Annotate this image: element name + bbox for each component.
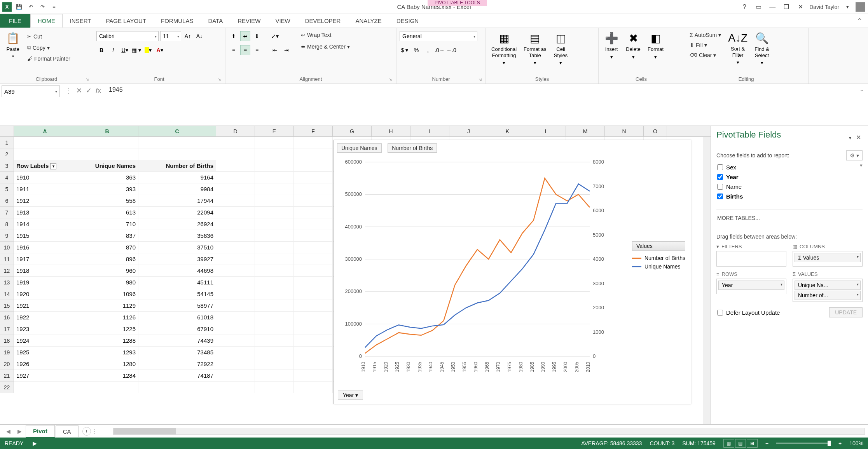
row-header[interactable]: 3 [0, 160, 14, 172]
area-filters[interactable]: ▾FILTERS [716, 244, 786, 267]
increase-font-icon[interactable]: A↑ [183, 31, 193, 41]
tab-developer[interactable]: DEVELOPER [298, 14, 348, 28]
area-field-chip[interactable]: Number of... [795, 291, 861, 300]
enter-formula-icon[interactable]: ✓ [86, 86, 92, 95]
cell[interactable] [138, 382, 216, 393]
more-tables-link[interactable]: MORE TABLES... [716, 209, 863, 227]
cell[interactable] [14, 148, 76, 160]
chart-axis-field-button[interactable]: Year ▾ [338, 391, 363, 400]
cell[interactable]: 1284 [76, 370, 138, 382]
worksheet-grid[interactable]: ABCDEFGHIJKLMNO 123456789101112131415161… [0, 126, 711, 424]
cell[interactable] [138, 137, 216, 148]
cell[interactable] [294, 207, 333, 218]
qat-customize-icon[interactable]: ≡ [50, 3, 58, 11]
cell[interactable] [216, 347, 255, 358]
row-header[interactable]: 14 [0, 288, 14, 300]
cell[interactable]: 37510 [138, 242, 216, 253]
cell[interactable] [255, 172, 294, 183]
user-menu-icon[interactable]: ▾ [843, 3, 852, 11]
fill-button[interactable]: ⬇Fill ▾ [687, 41, 723, 49]
cell[interactable]: 1925 [14, 347, 76, 358]
cell[interactable]: 1927 [14, 370, 76, 382]
macro-record-icon[interactable]: ▶ [33, 440, 37, 446]
cell[interactable]: Unique Names [76, 160, 138, 172]
save-icon[interactable]: 💾 [15, 3, 23, 11]
cell[interactable] [255, 323, 294, 335]
cell[interactable] [138, 148, 216, 160]
cell[interactable] [294, 300, 333, 312]
cell[interactable] [255, 277, 294, 288]
cell[interactable] [216, 242, 255, 253]
area-rows[interactable]: ≡ROWS Year [716, 271, 786, 302]
row-header[interactable]: 20 [0, 358, 14, 370]
cell[interactable]: 26924 [138, 218, 216, 230]
cell[interactable] [294, 160, 333, 172]
cell[interactable]: 17944 [138, 195, 216, 207]
cell[interactable]: 1923 [14, 323, 76, 335]
cell[interactable] [255, 160, 294, 172]
format-as-table-button[interactable]: ▤Format as Table▾ [521, 31, 549, 66]
cell[interactable]: 67910 [138, 323, 216, 335]
cell[interactable] [216, 277, 255, 288]
cut-button[interactable]: ✂Cut [25, 33, 73, 40]
cell[interactable]: Row Labels▾ [14, 160, 76, 172]
tab-design[interactable]: DESIGN [389, 14, 426, 28]
cell[interactable] [255, 148, 294, 160]
row-header[interactable]: 4 [0, 172, 14, 183]
cell[interactable]: 896 [76, 253, 138, 265]
cell[interactable]: 74187 [138, 370, 216, 382]
cell[interactable] [216, 335, 255, 347]
sheet-nav-prev-icon[interactable]: ◀ [3, 428, 14, 434]
row-header[interactable]: 6 [0, 195, 14, 207]
bold-button[interactable]: B [96, 45, 107, 55]
cell[interactable]: 710 [76, 218, 138, 230]
tab-insert[interactable]: INSERT [63, 14, 99, 28]
dialog-launcher-icon[interactable]: ⇲ [218, 78, 221, 82]
close-icon[interactable]: ✕ [795, 3, 805, 11]
cell[interactable] [255, 312, 294, 323]
user-name[interactable]: David Taylor [809, 4, 839, 10]
row-header[interactable]: 21 [0, 370, 14, 382]
comma-icon[interactable]: , [423, 45, 433, 55]
cell[interactable]: 58977 [138, 300, 216, 312]
font-name-combo[interactable]: Calibri [96, 31, 159, 41]
conditional-formatting-button[interactable]: ▦Conditional Formatting▾ [489, 31, 519, 66]
cell[interactable] [76, 137, 138, 148]
font-color-button[interactable]: A▾ [155, 45, 165, 55]
cell[interactable] [216, 300, 255, 312]
cell[interactable]: 1926 [14, 358, 76, 370]
cell[interactable] [294, 148, 333, 160]
pane-dropdown-icon[interactable]: ▾ [847, 135, 853, 141]
percent-icon[interactable]: % [411, 45, 421, 55]
row-header[interactable]: 7 [0, 207, 14, 218]
row-header[interactable]: 10 [0, 242, 14, 253]
cell[interactable]: 1914 [14, 218, 76, 230]
number-format-combo[interactable]: General [400, 31, 477, 41]
pivot-chart[interactable]: Unique Names Number of Births 0100000200… [334, 140, 691, 404]
cell[interactable]: Number of Births [138, 160, 216, 172]
cell[interactable]: 9164 [138, 172, 216, 183]
field-item[interactable]: Births [716, 192, 863, 201]
increase-indent-icon[interactable]: ⇥ [281, 45, 292, 55]
sheet-nav-next-icon[interactable]: ▶ [14, 428, 25, 434]
column-header[interactable]: G [333, 126, 372, 136]
column-header[interactable]: F [294, 126, 333, 136]
paste-button[interactable]: 📋 Paste ▾ [3, 31, 23, 59]
tab-analyze[interactable]: ANALYZE [348, 14, 389, 28]
cell[interactable]: 1911 [14, 183, 76, 195]
cell[interactable] [216, 137, 255, 148]
cell[interactable] [294, 218, 333, 230]
cell[interactable]: 1913 [14, 207, 76, 218]
align-top-icon[interactable]: ⬆ [229, 31, 239, 41]
cell[interactable]: 9984 [138, 183, 216, 195]
cell[interactable]: 22094 [138, 207, 216, 218]
wrap-text-button[interactable]: ↩Wrap Text [299, 31, 352, 39]
merge-center-button[interactable]: ⬌Merge & Center ▾ [299, 43, 352, 51]
row-header[interactable]: 2 [0, 148, 14, 160]
cell[interactable]: 45111 [138, 277, 216, 288]
cell[interactable]: 61018 [138, 312, 216, 323]
cell[interactable] [216, 218, 255, 230]
cell[interactable]: 1910 [14, 172, 76, 183]
cell[interactable]: 1126 [76, 312, 138, 323]
area-field-chip[interactable]: Year [718, 281, 784, 290]
